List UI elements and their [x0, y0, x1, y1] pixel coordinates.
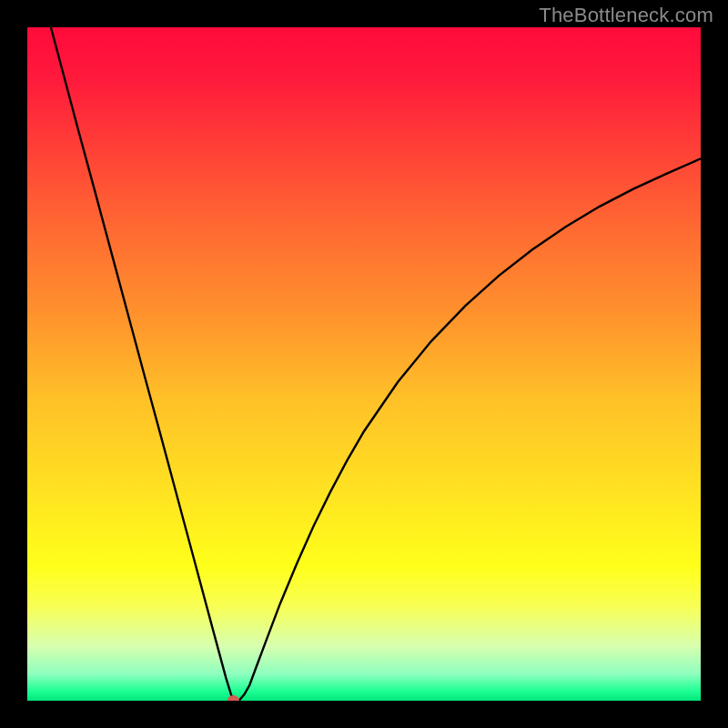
chart-svg — [27, 27, 701, 701]
chart-background — [27, 27, 701, 701]
chart-frame: TheBottleneck.com — [0, 0, 728, 728]
plot-area — [27, 27, 701, 701]
watermark-text: TheBottleneck.com — [539, 4, 713, 27]
